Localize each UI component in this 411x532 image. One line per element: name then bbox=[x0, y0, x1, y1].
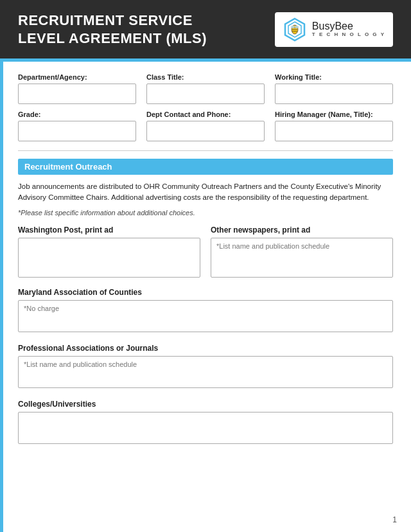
recruitment-outreach-section: Recruitment Outreach Job announcements a… bbox=[18, 159, 393, 447]
colleges-label: Colleges/Universities bbox=[18, 400, 393, 409]
hiring-manager-input[interactable] bbox=[275, 121, 393, 141]
class-title-input[interactable] bbox=[146, 84, 265, 104]
form-row-1: Department/Agency: Class Title: Working … bbox=[18, 73, 393, 104]
page-number: 1 bbox=[392, 515, 397, 524]
main-content: Department/Agency: Class Title: Working … bbox=[0, 62, 411, 474]
working-title-label: Working Title: bbox=[275, 73, 393, 81]
washington-post-col: Washington Post, print ad bbox=[18, 226, 200, 280]
department-agency-label: Department/Agency: bbox=[18, 73, 136, 81]
professional-assoc-input[interactable] bbox=[18, 356, 393, 388]
department-agency-group: Department/Agency: bbox=[18, 73, 136, 104]
page-header: RECRUITMENT SERVICE LEVEL AGREEMENT (MLS… bbox=[0, 0, 411, 58]
working-title-group: Working Title: bbox=[275, 73, 393, 104]
maryland-assoc-input[interactable] bbox=[18, 300, 393, 332]
form-row-2: Grade: Dept Contact and Phone: Hiring Ma… bbox=[18, 111, 393, 141]
recruitment-outreach-header: Recruitment Outreach bbox=[18, 159, 393, 175]
working-title-input[interactable] bbox=[275, 84, 393, 104]
hiring-manager-group: Hiring Manager (Name, Title): bbox=[275, 111, 393, 141]
recruitment-outreach-note: *Please list specific information about … bbox=[18, 209, 393, 217]
dept-contact-label: Dept Contact and Phone: bbox=[146, 111, 265, 118]
recruitment-outreach-body: Job announcements are distributed to OHR… bbox=[18, 181, 393, 204]
logo-hex-icon bbox=[283, 17, 307, 42]
washington-post-input[interactable] bbox=[18, 238, 200, 278]
other-newspapers-label: Other newspapers, print ad bbox=[211, 226, 393, 235]
maryland-assoc-section: Maryland Association of Counties bbox=[18, 288, 393, 335]
grade-group: Grade: bbox=[18, 111, 136, 141]
professional-assoc-section: Professional Associations or Journals bbox=[18, 344, 393, 391]
professional-assoc-label: Professional Associations or Journals bbox=[18, 344, 393, 353]
colleges-section: Colleges/Universities bbox=[18, 400, 393, 447]
dept-contact-input[interactable] bbox=[146, 121, 265, 141]
page-title: RECRUITMENT SERVICE LEVEL AGREEMENT (MLS… bbox=[18, 12, 207, 47]
logo: BusyBee T E C H N O L O G Y bbox=[275, 12, 393, 47]
grade-input[interactable] bbox=[18, 121, 136, 141]
other-newspapers-input[interactable] bbox=[211, 238, 393, 278]
section-divider bbox=[18, 150, 393, 151]
hiring-manager-label: Hiring Manager (Name, Title): bbox=[275, 111, 393, 118]
class-title-group: Class Title: bbox=[146, 73, 265, 104]
left-accent-bar bbox=[0, 61, 3, 532]
svg-point-7 bbox=[295, 26, 299, 28]
other-newspapers-col: Other newspapers, print ad bbox=[211, 226, 393, 280]
dept-contact-group: Dept Contact and Phone: bbox=[146, 111, 265, 141]
grade-label: Grade: bbox=[18, 111, 136, 118]
maryland-assoc-label: Maryland Association of Counties bbox=[18, 288, 393, 297]
print-ad-row: Washington Post, print ad Other newspape… bbox=[18, 226, 393, 280]
department-agency-input[interactable] bbox=[18, 84, 136, 104]
svg-point-6 bbox=[291, 26, 295, 28]
logo-text: BusyBee T E C H N O L O G Y bbox=[312, 21, 385, 37]
washington-post-label: Washington Post, print ad bbox=[18, 226, 200, 235]
class-title-label: Class Title: bbox=[146, 73, 265, 81]
colleges-input[interactable] bbox=[18, 412, 393, 444]
